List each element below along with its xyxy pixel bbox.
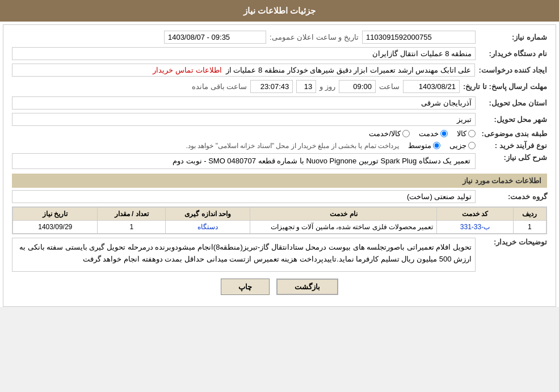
cell-code: ب-33-331 — [437, 221, 513, 234]
sharh-value: تعمیر یک دستگاه Spark Plug توربین Nuovo … — [12, 153, 476, 169]
tarikh-label: تاریخ و ساعت اعلان عمومی: — [270, 33, 359, 41]
tarikh-value: 1403/08/07 - 09:35 — [164, 31, 266, 44]
back-button[interactable]: بازگشت — [276, 279, 338, 295]
col-qty: تعداد / مقدار — [98, 208, 166, 221]
radio-motavaset-label: متوسط — [408, 141, 431, 150]
col-date: تاریخ نیاز — [13, 208, 98, 221]
col-name: نام خدمت — [250, 208, 437, 221]
ijad-konande-link[interactable]: اطلاعات تماس خریدار — [153, 66, 221, 74]
baqi-value: 23:07:43 — [250, 80, 293, 93]
tabagheh-label: طبقه بندی موضوعی: — [479, 129, 547, 138]
radio-khadamat-label: خدمت — [419, 129, 439, 138]
radio-khadamat[interactable] — [440, 130, 448, 137]
cell-unit: دستگاه — [166, 221, 250, 234]
nooe-label: نوع فرآیند خرید : — [479, 141, 547, 150]
rooz-value: 13 — [296, 80, 316, 93]
ijad-konande-value: علی اتابک مهندس ارشد تعمیرات ابزار دقیق … — [12, 64, 475, 77]
col-unit: واحد اندازه گیری — [166, 208, 250, 221]
radio-kala-khadamat-label: کالا/خدمت — [369, 129, 401, 138]
sharh-label: شرح کلی نیاز: — [479, 153, 547, 162]
ijad-konande-text: علی اتابک مهندس ارشد تعمیرات ابزار دقیق … — [226, 66, 472, 74]
radio-kala[interactable] — [468, 130, 476, 137]
nam-dastgah-label: نام دستگاه خریدار: — [479, 49, 547, 58]
group-value: تولید صنعتی (ساخت) — [12, 190, 476, 203]
mohlet-label: مهلت ارسال پاسخ: تا تاریخ: — [463, 82, 547, 91]
page-header-title: جزئیات اطلاعات نیاز — [0, 0, 559, 22]
nooe-description: پرداخت تمام یا بخشی از مبلغ خریدار از مح… — [186, 142, 399, 150]
shomara-niaz-value: 1103091592000755 — [362, 31, 476, 44]
cell-qty: 1 — [98, 221, 166, 234]
cell-name: تعمیر محصولات فلزی ساخته شده، ماشین آلات… — [250, 221, 437, 234]
info-section-label: اطلاعات خدمات مورد نیاز — [12, 174, 547, 188]
col-code: کد خدمت — [437, 208, 513, 221]
nam-dastgah-value: منطقه 8 عملیات انتقال گازایران — [12, 47, 476, 60]
col-radif: ردیف — [513, 208, 546, 221]
radio-kala-khadamat[interactable] — [402, 130, 410, 137]
shahr-label: شهر محل تحویل: — [479, 115, 547, 124]
radio-motavaset[interactable] — [433, 142, 440, 149]
radio-kala-label: کالا — [457, 129, 466, 138]
services-table: ردیف کد خدمت نام خدمت واحد اندازه گیری ت… — [12, 206, 547, 234]
toseeh-label: توضیحات خریدار: — [479, 238, 547, 246]
baqi-label: ساعت باقی مانده — [192, 82, 247, 91]
rooz-label: روز و — [320, 82, 335, 91]
table-row: 1 ب-33-331 تعمیر محصولات فلزی ساخته شده،… — [13, 221, 547, 234]
ostan-value: آذربایجان شرقی — [12, 96, 476, 109]
ijad-konande-label: ایجاد کننده درخواست: — [478, 66, 547, 74]
print-button[interactable]: چاپ — [221, 279, 270, 295]
tabagheh-radio-group: کالا خدمت کالا/خدمت — [12, 129, 476, 138]
radio-jazee-label: جزیی — [449, 141, 466, 150]
button-row: بازگشت چاپ — [12, 279, 547, 301]
cell-radif: 1 — [513, 221, 546, 234]
nooe-radio-group: جزیی متوسط پرداخت تمام یا بخشی از مبلغ خ… — [12, 141, 476, 150]
shahr-value: تبریز — [12, 113, 476, 126]
shomara-niaz-label: شماره نیاز: — [479, 33, 547, 41]
date-value: 1403/08/21 — [403, 80, 460, 93]
saat-label: ساعت — [379, 82, 400, 91]
toseeh-value: تحویل افلام تعمیراتی باصورتجلسه های بیوس… — [12, 238, 476, 272]
group-label: گروه خدمت: — [479, 192, 547, 201]
radio-jazee[interactable] — [468, 142, 476, 149]
ostan-label: استان محل تحویل: — [479, 99, 547, 107]
saat-value: 09:00 — [339, 80, 376, 93]
cell-date: 1403/09/29 — [13, 221, 98, 234]
